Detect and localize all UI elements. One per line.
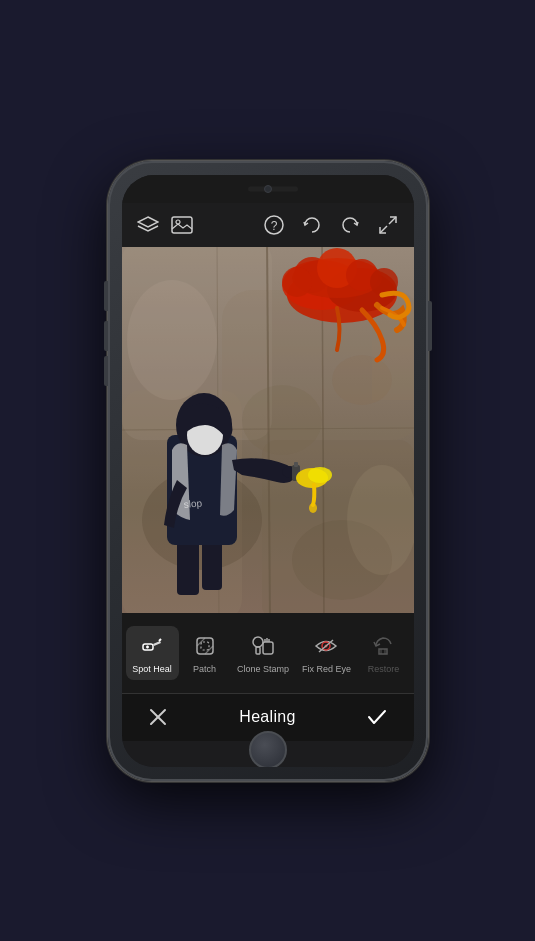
patch-label: Patch [193, 664, 216, 674]
restore-icon [369, 632, 397, 660]
toolbar-right: ? [260, 211, 402, 239]
fix-red-eye-icon [312, 632, 340, 660]
svg-rect-51 [201, 642, 209, 650]
clone-stamp-label: Clone Stamp [237, 664, 289, 674]
svg-rect-54 [263, 642, 273, 654]
phone-screen: ? [122, 175, 414, 767]
svg-line-6 [380, 226, 387, 233]
svg-line-49 [159, 639, 161, 641]
confirm-button[interactable] [361, 701, 393, 733]
restore-tool[interactable]: Restore [357, 626, 409, 680]
svg-line-5 [389, 217, 396, 224]
svg-marker-0 [138, 217, 158, 227]
spot-heal-label: Spot Heal [132, 664, 172, 674]
patch-tool[interactable]: Patch [179, 626, 231, 680]
phone-frame: ? [108, 161, 428, 781]
status-bar [122, 175, 414, 203]
patch-icon [191, 632, 219, 660]
undo-button[interactable] [298, 211, 326, 239]
cancel-button[interactable] [142, 701, 174, 733]
redo-button[interactable] [336, 211, 364, 239]
healing-title: Healing [239, 708, 295, 726]
fullscreen-button[interactable] [374, 211, 402, 239]
top-toolbar: ? [122, 203, 414, 247]
toolbar-left [134, 211, 196, 239]
svg-text:?: ? [270, 219, 277, 233]
svg-rect-53 [256, 647, 260, 654]
restore-label: Restore [368, 664, 400, 674]
svg-rect-50 [197, 638, 213, 654]
speaker [248, 186, 298, 191]
clone-stamp-tool[interactable]: Clone Stamp [231, 626, 296, 680]
image-area[interactable]: slop [122, 247, 414, 613]
fix-red-eye-tool[interactable]: Fix Red Eye [295, 626, 357, 680]
tools-panel: Spot Heal Patch [122, 613, 414, 693]
svg-point-44 [127, 280, 217, 400]
layers-button[interactable] [134, 211, 162, 239]
fix-red-eye-label: Fix Red Eye [302, 664, 351, 674]
image-button[interactable] [168, 211, 196, 239]
front-camera [264, 185, 272, 193]
svg-point-45 [347, 465, 414, 575]
help-button[interactable]: ? [260, 211, 288, 239]
spot-heal-tool[interactable]: Spot Heal [126, 626, 179, 680]
spot-heal-icon [138, 632, 166, 660]
clone-stamp-icon [249, 632, 277, 660]
home-button[interactable] [249, 731, 287, 767]
svg-rect-1 [172, 217, 192, 233]
svg-point-52 [253, 637, 263, 647]
home-indicator [122, 741, 414, 767]
